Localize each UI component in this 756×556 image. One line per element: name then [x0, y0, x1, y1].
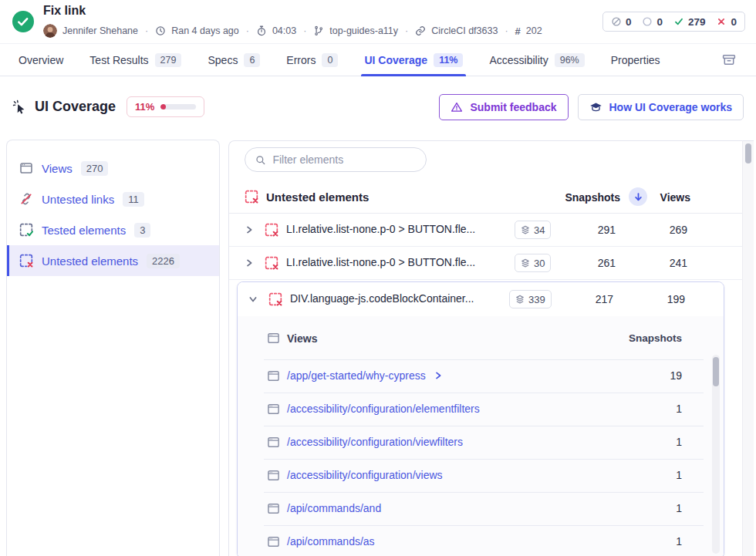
sidebar-item-count: 270 [81, 161, 109, 176]
view-row[interactable]: /accessibility/configuration/elementfilt… [238, 393, 724, 426]
coverage-score-badge: 11% [127, 96, 204, 117]
subpanel-scrollbar[interactable] [712, 355, 720, 554]
sort-descending-icon[interactable] [629, 187, 647, 206]
run-title: Fix link [43, 4, 86, 18]
element-selector: DIV.language-js.codeBlockContainer... [290, 292, 474, 305]
view-row[interactable]: /api/commands/and 1 [238, 492, 724, 525]
untested-elements-table-header: Untested elements Snapshots Views [229, 180, 742, 214]
column-header-snapshots[interactable]: Snapshots [565, 191, 620, 204]
view-path: /accessibility/configuration/elementfilt… [287, 403, 480, 415]
tab-ui-coverage[interactable]: UI Coverage11% [364, 44, 463, 76]
chevron-right-icon[interactable] [245, 258, 254, 268]
sidebar-item-untested-elements[interactable]: Untested elements 2226 [7, 245, 219, 276]
layers-icon [515, 295, 525, 304]
element-count: 339 [528, 294, 545, 305]
tab-errors[interactable]: Errors0 [286, 44, 338, 76]
view-path-link[interactable]: /app/get-started/why-cypress [287, 369, 443, 382]
view-row[interactable]: /accessibility/configuration/views 1 [238, 459, 724, 492]
element-count-badge: 339 [509, 290, 552, 308]
run-meta: Jennifer Shehane · Ran 4 days ago · 04:0… [43, 24, 542, 38]
coverage-progress-bar [160, 104, 196, 110]
filter-elements-input[interactable] [272, 153, 416, 166]
subpanel-scrollbar-thumb[interactable] [713, 357, 719, 386]
selection-x-icon [245, 190, 258, 204]
window-icon [267, 469, 280, 482]
separator-dot: · [403, 25, 410, 36]
views-value: 241 [638, 257, 687, 269]
view-path-link[interactable]: /accessibility/configuration/viewfilters [287, 436, 463, 448]
snapshots-value: 217 [564, 293, 613, 305]
view-path-link[interactable]: /accessibility/configuration/elementfilt… [287, 403, 480, 415]
branch-name[interactable]: top-guides-a11y [329, 25, 398, 36]
window-icon [267, 535, 280, 548]
pending-icon [642, 16, 653, 27]
run-time: Ran 4 days ago [171, 25, 239, 36]
run-results-summary: 0 0 279 0 [602, 12, 745, 32]
git-branch-icon [313, 25, 324, 36]
tab-label: Overview [19, 54, 63, 66]
view-row[interactable]: /app/get-started/why-cypress 19 [238, 359, 724, 393]
selection-x-icon [19, 254, 33, 268]
selection-check-icon [19, 223, 33, 237]
separator-dot: · [245, 25, 251, 36]
filter-elements-search[interactable] [245, 147, 427, 172]
search-icon [255, 154, 265, 166]
table-row[interactable]: LI.relative.list-none.p-0 > BUTTON.fle..… [229, 214, 742, 247]
subpanel-views-header: Views [287, 332, 317, 345]
table-row[interactable]: LI.relative.list-none.p-0 > BUTTON.fle..… [229, 247, 742, 280]
link-icon [415, 25, 426, 36]
views-value: 199 [636, 293, 685, 305]
tab-test-results[interactable]: Test Results279 [89, 44, 181, 76]
how-ui-coverage-works-button[interactable]: How UI Coverage works [578, 94, 744, 120]
ui-coverage-icon [12, 99, 27, 114]
tab-label: Errors [286, 54, 316, 66]
panel-scrollbar[interactable] [742, 140, 754, 556]
alert-triangle-icon [451, 101, 463, 113]
failed-count: 0 [716, 16, 737, 28]
view-path-link[interactable]: /accessibility/configuration/views [287, 469, 443, 481]
selection-x-icon [265, 223, 278, 237]
passed-count: 279 [673, 16, 706, 28]
ci-provider[interactable]: CircleCI df3633 [431, 25, 498, 36]
tab-overview[interactable]: Overview [19, 44, 63, 76]
view-path: /accessibility/configuration/views [287, 469, 443, 481]
tab-badge: 11% [434, 53, 463, 67]
tab-properties[interactable]: Properties [611, 44, 660, 76]
view-snapshots-count: 19 [643, 369, 682, 382]
snapshots-value: 291 [566, 224, 616, 236]
panel-scrollbar-thumb[interactable] [745, 143, 751, 163]
subpanel-header: Views Snapshots [238, 316, 724, 359]
sidebar-item-untested-links[interactable]: Untested links 11 [7, 184, 219, 214]
run-header: Fix link Jennifer Shehane · Ran 4 days a… [0, 0, 756, 44]
skipped-icon [611, 16, 622, 27]
window-icon [267, 436, 280, 449]
coverage-sidebar: Views 270 Untested links 11 Tested eleme… [6, 140, 220, 556]
run-tab-bar: Overview Test Results279 Specs6 Errors0 … [0, 44, 756, 76]
cypress-run-page: Fix link Jennifer Shehane · Ran 4 days a… [0, 0, 756, 556]
submit-feedback-button[interactable]: Submit feedback [439, 94, 568, 120]
views-value: 269 [638, 224, 687, 236]
view-path-link[interactable]: /api/commands/as [287, 535, 375, 548]
chevron-down-icon[interactable] [248, 295, 258, 304]
table-title: Untested elements [266, 190, 369, 204]
view-row[interactable]: /api/commands/as 1 [238, 525, 724, 556]
hash-icon: # [515, 25, 521, 37]
column-header-views[interactable]: Views [660, 191, 690, 204]
tab-accessibility[interactable]: Accessibility96% [489, 44, 584, 76]
view-row[interactable]: /accessibility/configuration/viewfilters… [238, 426, 724, 459]
tab-label: UI Coverage [364, 54, 427, 66]
view-path: /app/get-started/why-cypress [287, 369, 426, 382]
author-name: Jennifer Shehane [62, 25, 138, 36]
tab-specs[interactable]: Specs6 [208, 44, 260, 76]
separator-dot: · [503, 25, 509, 36]
sidebar-item-views[interactable]: Views 270 [7, 153, 219, 184]
selection-x-icon [268, 292, 282, 306]
view-path: /api/commands/and [287, 502, 381, 514]
chevron-right-icon[interactable] [245, 225, 254, 234]
table-row-expanded[interactable]: DIV.language-js.codeBlockContainer... 33… [238, 282, 724, 316]
view-path-link[interactable]: /api/commands/and [287, 502, 381, 514]
sidebar-item-tested-elements[interactable]: Tested elements 3 [7, 214, 219, 245]
section-title: UI Coverage [35, 99, 116, 115]
archive-icon[interactable] [721, 52, 737, 69]
pending-count: 0 [642, 16, 663, 28]
